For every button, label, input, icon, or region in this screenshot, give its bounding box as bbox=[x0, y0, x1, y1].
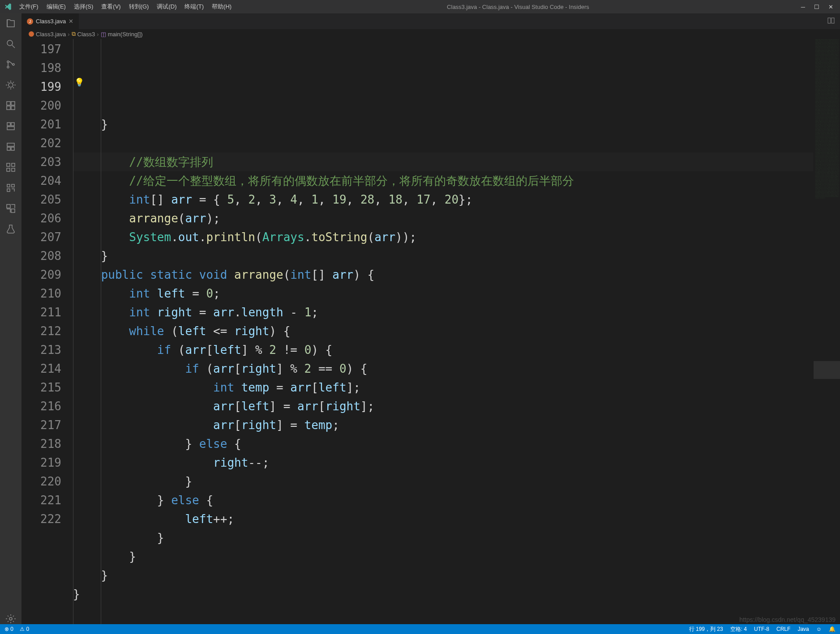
code-line[interactable]: right--; bbox=[73, 453, 813, 472]
code-line[interactable]: if (arr[right] % 2 == 0) { bbox=[73, 359, 813, 378]
close-icon[interactable]: ✕ bbox=[828, 4, 833, 10]
status-eol[interactable]: CRLF bbox=[776, 626, 790, 632]
svg-rect-5 bbox=[7, 102, 10, 105]
line-number: 204 bbox=[21, 171, 61, 190]
code-line[interactable]: int[] arr = { 5, 2, 3, 4, 1, 19, 28, 18,… bbox=[73, 190, 813, 209]
search-icon[interactable] bbox=[5, 38, 16, 49]
ext1-icon[interactable] bbox=[5, 121, 16, 132]
code-line[interactable]: arr[left] = arr[right]; bbox=[73, 397, 813, 416]
svg-rect-18 bbox=[12, 168, 15, 171]
code-line[interactable]: if (arr[left] % 2 != 0) { bbox=[73, 340, 813, 359]
code-line[interactable]: //给定一个整型数组，将所有的偶数放在前半部分，将所有的奇数放在数组的后半部分 bbox=[73, 171, 813, 190]
debug-icon[interactable] bbox=[5, 80, 16, 90]
code-line[interactable]: } bbox=[73, 547, 813, 566]
test-icon[interactable] bbox=[5, 224, 16, 234]
menu-item[interactable]: 调试(D) bbox=[153, 1, 180, 13]
line-number: 203 bbox=[21, 153, 61, 171]
svg-rect-11 bbox=[7, 127, 14, 130]
code-line[interactable]: } bbox=[73, 472, 813, 491]
code-line[interactable]: } else { bbox=[73, 491, 813, 510]
tab-close-icon[interactable]: ✕ bbox=[69, 18, 73, 25]
svg-point-24 bbox=[9, 617, 12, 620]
breadcrumb-file[interactable]: Class3.java bbox=[36, 31, 66, 38]
extensions-icon[interactable] bbox=[5, 100, 16, 111]
status-spaces[interactable]: 空格: 4 bbox=[730, 625, 747, 633]
code-line[interactable]: } bbox=[73, 566, 813, 585]
svg-rect-7 bbox=[7, 106, 10, 110]
status-language[interactable]: Java bbox=[797, 626, 809, 632]
minimap-content: xxxxx xx xxx xxxxxx xx xxxxx xx xxx xxxx… bbox=[815, 39, 839, 199]
menu-item[interactable]: 终端(T) bbox=[181, 1, 207, 13]
minimap[interactable]: xxxxx xx xxx xxxxxx xx xxxxx xx xxx xxxx… bbox=[813, 39, 840, 624]
code-line[interactable]: while (left <= right) { bbox=[73, 322, 813, 340]
code-line[interactable]: System.out.println(Arrays.toString(arr))… bbox=[73, 228, 813, 247]
minimize-icon[interactable]: ─ bbox=[801, 4, 805, 10]
line-number: 213 bbox=[21, 340, 61, 359]
code-line[interactable]: int left = 0; bbox=[73, 284, 813, 303]
code-line[interactable]: } bbox=[73, 585, 813, 604]
line-number: 219 bbox=[21, 453, 61, 472]
line-number: 221 bbox=[21, 491, 61, 510]
svg-rect-26 bbox=[831, 18, 834, 23]
code-line[interactable]: } bbox=[73, 528, 813, 547]
feedback-icon[interactable]: ☺ bbox=[816, 626, 822, 632]
code-line[interactable]: } bbox=[73, 115, 813, 134]
breadcrumbs[interactable]: Class3.java › ⧉ Class3 › ◫ main(String[]… bbox=[21, 29, 840, 39]
code-line[interactable]: //数组数字排列 bbox=[73, 153, 813, 171]
status-position[interactable]: 行 199，列 23 bbox=[689, 625, 723, 633]
maximize-icon[interactable]: ☐ bbox=[814, 4, 819, 10]
source-control-icon[interactable] bbox=[5, 59, 16, 70]
tab-class3[interactable]: J Class3.java ✕ bbox=[21, 13, 79, 29]
window-title: Class3.java - Class.java - Visual Studio… bbox=[235, 4, 801, 10]
explorer-icon[interactable] bbox=[5, 18, 16, 29]
svg-point-4 bbox=[9, 83, 13, 87]
notifications-icon[interactable]: 🔔 bbox=[829, 626, 836, 632]
java-file-icon bbox=[29, 31, 34, 37]
code-line[interactable]: } bbox=[73, 247, 813, 265]
ext3-icon[interactable] bbox=[5, 162, 16, 173]
minimap-viewport[interactable] bbox=[814, 361, 840, 379]
menu-item[interactable]: 选择(S) bbox=[70, 1, 97, 13]
line-number: 215 bbox=[21, 378, 61, 397]
code-content[interactable]: } //数组数字排列 //给定一个整型数组，将所有的偶数放在前半部分，将所有的奇… bbox=[73, 39, 813, 624]
svg-rect-12 bbox=[7, 143, 14, 146]
menu-bar: 文件(F)编辑(E)选择(S)查看(V)转到(G)调试(D)终端(T)帮助(H) bbox=[16, 1, 235, 13]
status-warnings[interactable]: ⚠ 0 bbox=[20, 626, 29, 632]
line-number: 208 bbox=[21, 247, 61, 265]
chevron-right-icon: › bbox=[68, 31, 69, 38]
code-line[interactable]: arrange(arr); bbox=[73, 209, 813, 228]
code-line[interactable]: int temp = arr[left]; bbox=[73, 378, 813, 397]
menu-item[interactable]: 编辑(E) bbox=[43, 1, 69, 13]
code-line[interactable]: left++; bbox=[73, 510, 813, 528]
status-encoding[interactable]: UTF-8 bbox=[754, 626, 769, 632]
line-number: 216 bbox=[21, 397, 61, 416]
svg-rect-17 bbox=[7, 168, 10, 171]
menu-item[interactable]: 查看(V) bbox=[98, 1, 124, 13]
code-line[interactable]: } else { bbox=[73, 434, 813, 453]
line-number-gutter: 1971981992002012022032042052062072082092… bbox=[21, 39, 73, 624]
code-line[interactable]: public static void arrange(int[] arr) { bbox=[73, 265, 813, 284]
svg-rect-13 bbox=[7, 147, 10, 150]
line-number: 199 bbox=[21, 77, 61, 96]
menu-item[interactable]: 转到(G) bbox=[125, 1, 153, 13]
line-number: 222 bbox=[21, 510, 61, 528]
split-editor-icon[interactable] bbox=[827, 17, 835, 26]
method-icon: ◫ bbox=[101, 31, 106, 38]
ext2-icon[interactable] bbox=[5, 141, 16, 152]
line-number: 210 bbox=[21, 284, 61, 303]
code-line[interactable] bbox=[73, 134, 813, 153]
status-errors[interactable]: ⊗ 0 bbox=[4, 626, 13, 632]
chevron-right-icon: › bbox=[97, 31, 99, 38]
editor-body[interactable]: 1971981992002012022032042052062072082092… bbox=[21, 39, 840, 624]
menu-item[interactable]: 文件(F) bbox=[16, 1, 42, 13]
breadcrumb-class[interactable]: Class3 bbox=[77, 31, 95, 38]
code-line[interactable]: int right = arr.length - 1; bbox=[73, 303, 813, 322]
code-line[interactable]: arr[right] = temp; bbox=[73, 416, 813, 434]
svg-rect-19 bbox=[7, 184, 10, 187]
settings-icon[interactable] bbox=[5, 613, 16, 624]
ext5-icon[interactable] bbox=[5, 203, 16, 214]
menu-item[interactable]: 帮助(H) bbox=[208, 1, 235, 13]
ext4-icon[interactable] bbox=[5, 183, 16, 193]
breadcrumb-method[interactable]: main(String[]) bbox=[108, 31, 143, 38]
line-number: 201 bbox=[21, 115, 61, 134]
